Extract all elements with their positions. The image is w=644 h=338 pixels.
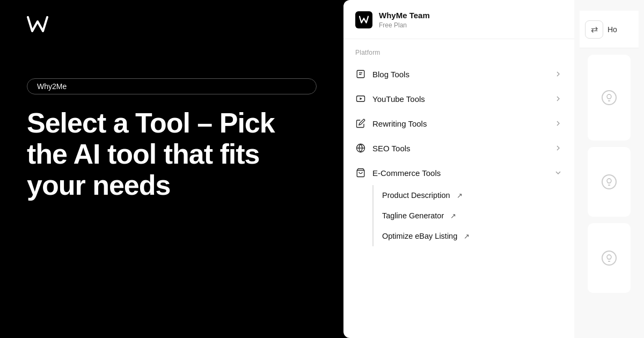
nav-item-seo[interactable]: SEO Tools — [343, 136, 574, 160]
nav-item-ecommerce[interactable]: E-Commerce Tools — [343, 160, 574, 185]
headline: Select a Tool – Pick the AI tool that fi… — [27, 107, 317, 201]
bulb-icon-3 — [602, 251, 617, 266]
sidebar: WhyMe Team Free Plan Platform Blog Tools — [343, 0, 574, 338]
bulb-icon-2 — [602, 174, 617, 189]
ecommerce-tools-label: E-Commerce Tools — [372, 168, 547, 178]
bulb-icon-1 — [602, 90, 617, 105]
youtube-icon — [355, 93, 366, 104]
sidebar-title-group: WhyMe Team Free Plan — [379, 11, 562, 29]
right-panel: WhyMe Team Free Plan Platform Blog Tools — [343, 0, 644, 338]
section-label: Platform — [343, 49, 574, 62]
rewriting-chevron-icon — [554, 119, 562, 128]
rewriting-tools-label: Rewriting Tools — [372, 119, 547, 128]
sub-item-tagline[interactable]: Tagline Generator ↗ — [374, 205, 562, 226]
seo-tools-label: SEO Tools — [372, 144, 547, 153]
optimize-ebay-label: Optimize eBay Listing — [382, 232, 457, 240]
strip-card-3 — [588, 223, 631, 293]
top-strip-text: Ho — [608, 25, 617, 34]
blog-icon — [355, 69, 366, 79]
sub-item-optimize-ebay[interactable]: Optimize eBay Listing ↗ — [374, 226, 562, 246]
ecommerce-cart-icon — [355, 167, 366, 178]
product-desc-arrow-icon: ↗ — [457, 192, 463, 200]
sidebar-title: WhyMe Team — [379, 11, 562, 20]
optimize-ebay-arrow-icon: ↗ — [464, 232, 470, 240]
svg-marker-4 — [360, 98, 363, 100]
ecommerce-sub-items: Product Description ↗ Tagline Generator … — [372, 185, 562, 246]
sidebar-subtitle: Free Plan — [379, 21, 562, 29]
svg-rect-0 — [357, 70, 364, 78]
badge: Why2Me — [27, 78, 317, 94]
youtube-tools-label: YouTube Tools — [372, 94, 547, 104]
blog-tools-label: Blog Tools — [372, 70, 547, 79]
product-desc-label: Product Description — [382, 191, 450, 200]
sidebar-header: WhyMe Team Free Plan — [343, 0, 574, 39]
nav-item-rewriting[interactable]: Rewriting Tools — [343, 111, 574, 136]
strip-card-1 — [588, 55, 631, 141]
sub-item-product-desc[interactable]: Product Description ↗ — [374, 185, 562, 205]
strip-card-2 — [588, 147, 631, 217]
seo-chevron-icon — [554, 144, 562, 152]
youtube-chevron-icon — [554, 94, 562, 103]
switch-icon[interactable]: ⇄ — [585, 20, 603, 39]
rewriting-icon — [355, 118, 366, 129]
sidebar-nav: Platform Blog Tools — [343, 39, 574, 246]
left-panel: Why2Me Select a Tool – Pick the AI tool … — [0, 0, 343, 338]
seo-globe-icon — [355, 143, 366, 153]
ecommerce-chevron-icon — [554, 168, 562, 177]
tagline-gen-label: Tagline Generator — [382, 211, 444, 220]
nav-item-blog[interactable]: Blog Tools — [343, 62, 574, 86]
logo — [27, 16, 317, 35]
tagline-gen-arrow-icon: ↗ — [450, 212, 456, 220]
sidebar-logo-icon — [355, 11, 372, 28]
logo-icon — [27, 16, 48, 33]
blog-chevron-icon — [554, 70, 562, 78]
nav-item-youtube[interactable]: YouTube Tools — [343, 86, 574, 111]
top-strip-bar: ⇄ Ho — [580, 11, 639, 48]
right-strip: ⇄ Ho — [574, 0, 644, 338]
